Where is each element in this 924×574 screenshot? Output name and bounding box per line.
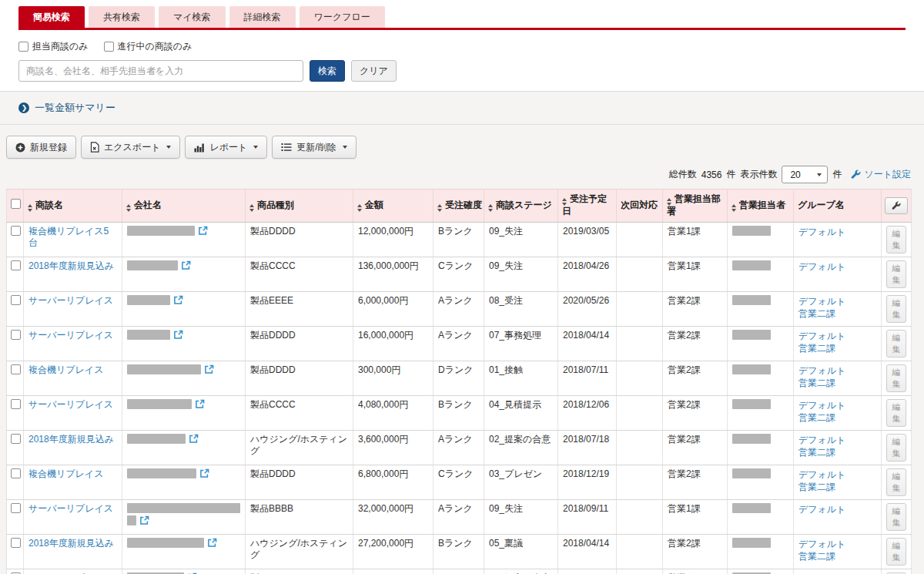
header-1[interactable]: 商談名 [24, 190, 122, 223]
group-link[interactable]: デフォルト [798, 295, 876, 307]
select-all-checkbox[interactable] [11, 199, 21, 209]
sort-icon[interactable] [357, 204, 362, 212]
sort-settings-link[interactable]: ソート設定 [851, 168, 911, 181]
external-link-icon[interactable] [139, 515, 149, 525]
row-checkbox[interactable] [11, 330, 21, 340]
row-checkbox[interactable] [11, 434, 21, 444]
row-checkbox[interactable] [11, 503, 21, 513]
group-link[interactable]: デフォルト [798, 260, 876, 273]
external-link-icon[interactable] [204, 364, 214, 374]
external-link-icon[interactable] [173, 330, 183, 340]
group-link[interactable]: 営業二課 [798, 481, 876, 493]
sort-icon[interactable] [28, 204, 32, 212]
header-6[interactable]: 商談ステージ [484, 190, 558, 223]
sort-icon[interactable] [667, 198, 671, 206]
header-3[interactable]: 商品種別 [246, 190, 353, 223]
search-input[interactable] [18, 60, 303, 82]
external-link-icon[interactable] [198, 226, 208, 236]
edit-button[interactable]: 編集 [886, 538, 906, 566]
header-10[interactable]: 営業担当者 [728, 190, 794, 223]
tab-4[interactable]: 詳細検索 [229, 6, 296, 28]
row-checkbox[interactable] [11, 260, 21, 270]
clear-button[interactable]: クリア [351, 60, 397, 82]
export-button[interactable]: エクスポート [81, 136, 180, 159]
group-link[interactable]: デフォルト [798, 538, 876, 550]
external-link-icon[interactable] [181, 260, 191, 270]
update-delete-button[interactable]: 更新/削除 [272, 136, 356, 159]
external-link-icon[interactable] [189, 434, 199, 444]
edit-button[interactable]: 編集 [886, 434, 906, 462]
edit-button[interactable]: 編集 [886, 503, 906, 531]
external-link-icon[interactable] [173, 295, 183, 305]
new-record-button[interactable]: 新規登録 [6, 136, 76, 159]
group-link[interactable]: 営業二課 [798, 342, 876, 354]
edit-button[interactable]: 編集 [886, 330, 906, 357]
own-deals-checkbox-wrap[interactable]: 担当商談のみ [18, 40, 89, 53]
group-link[interactable]: デフォルト [798, 434, 876, 446]
group-link[interactable]: 営業二課 [798, 411, 876, 424]
edit-button[interactable]: 編集 [886, 295, 906, 323]
sort-icon[interactable] [437, 204, 442, 212]
group-link[interactable]: 営業二課 [798, 550, 876, 562]
edit-button[interactable]: 編集 [886, 399, 906, 427]
page-size-select[interactable]: 20 [782, 166, 828, 183]
edit-button[interactable]: 編集 [886, 226, 906, 253]
opportunity-link[interactable]: 2018年度新規見込み [28, 260, 114, 271]
column-settings-button[interactable] [885, 197, 908, 214]
group-link[interactable]: デフォルト [798, 468, 876, 481]
tab-1[interactable]: 簡易検索 [18, 6, 85, 28]
edit-button[interactable]: 編集 [886, 260, 906, 288]
in-progress-checkbox-wrap[interactable]: 進行中の商談のみ [104, 40, 192, 53]
tab-2[interactable]: 共有検索 [89, 6, 155, 28]
next-action-cell [617, 361, 663, 395]
row-checkbox[interactable] [11, 226, 21, 236]
group-link[interactable]: デフォルト [798, 226, 876, 238]
edit-button[interactable]: 編集 [886, 364, 906, 392]
group-link[interactable]: 営業二課 [798, 307, 876, 320]
header-7[interactable]: 受注予定日 [558, 190, 617, 223]
row-checkbox[interactable] [11, 468, 21, 478]
expected-date-cell: 2018/07/11 [558, 361, 617, 395]
group-link[interactable]: デフォルト [798, 364, 876, 377]
external-link-icon[interactable] [207, 538, 217, 548]
header-2[interactable]: 会社名 [122, 190, 246, 223]
row-checkbox[interactable] [11, 538, 21, 548]
opportunity-link[interactable]: サーバーリプレイス [28, 503, 113, 514]
sort-icon[interactable] [562, 198, 567, 206]
report-button[interactable]: レポート [185, 136, 267, 159]
sort-icon[interactable] [249, 204, 254, 212]
opportunity-link[interactable]: 2018年度新規見込み [28, 434, 114, 445]
search-button[interactable]: 検索 [310, 60, 345, 82]
header-9[interactable]: 営業担当部署 [663, 190, 728, 223]
sort-icon[interactable] [488, 204, 493, 212]
header-4[interactable]: 金額 [353, 190, 434, 223]
external-link-icon[interactable] [199, 468, 209, 478]
opportunity-link[interactable]: 複合機リプレイス [28, 364, 103, 375]
in-progress-label: 進行中の商談のみ [118, 40, 192, 53]
external-link-icon[interactable] [195, 399, 205, 409]
opportunity-link[interactable]: サーバーリプレイス [28, 399, 113, 410]
in-progress-checkbox[interactable] [104, 42, 114, 52]
group-link[interactable]: デフォルト [798, 330, 876, 342]
opportunity-link[interactable]: 2018年度新規見込み [28, 538, 114, 549]
sort-icon[interactable] [126, 204, 131, 212]
row-checkbox[interactable] [11, 399, 21, 409]
tab-5[interactable]: ワークフロー [300, 6, 385, 28]
edit-button[interactable]: 編集 [886, 468, 906, 496]
tab-3[interactable]: マイ検索 [159, 6, 226, 28]
own-deals-checkbox[interactable] [18, 42, 28, 52]
opportunity-link[interactable]: 複合機リプレイス5台 [28, 226, 109, 248]
opportunity-link[interactable]: 複合機リプレイス [28, 468, 103, 479]
opportunity-link[interactable]: サーバーリプレイス [28, 330, 113, 341]
new-record-label: 新規登録 [30, 141, 67, 154]
group-link[interactable]: 営業二課 [798, 446, 876, 458]
sort-icon[interactable] [732, 204, 736, 212]
row-checkbox[interactable] [11, 295, 21, 305]
group-link[interactable]: 営業二課 [798, 377, 876, 389]
opportunity-link[interactable]: サーバーリプレイス [28, 295, 113, 306]
header-5[interactable]: 受注確度 [434, 190, 484, 223]
row-checkbox[interactable] [11, 364, 21, 374]
group-link[interactable]: デフォルト [798, 399, 876, 411]
amount-summary-link[interactable]: 一覧金額サマリー [35, 101, 116, 115]
group-link[interactable]: デフォルト [798, 503, 876, 515]
